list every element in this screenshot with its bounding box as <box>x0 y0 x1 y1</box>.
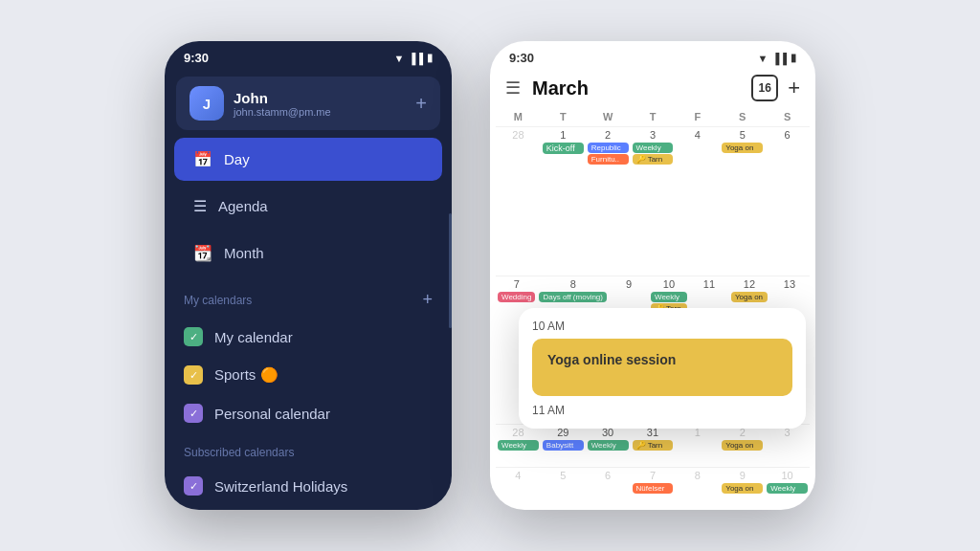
cal-color-swiss: ✓ <box>184 476 203 496</box>
event-kickoff: Kick-off <box>543 143 584 154</box>
day-headers: M T W T F S S <box>490 109 815 124</box>
calendar-day-icon: 📅 <box>193 150 212 168</box>
bottom-weeks: 28 Weekly 29 Babysitt 30 Weekly 31 🔑 Tar… <box>490 424 815 510</box>
user-name: John <box>234 90 331 106</box>
cell-b-30[interactable]: 30 Weekly <box>586 425 631 467</box>
cell-b-28[interactable]: 28 Weekly <box>496 425 541 467</box>
agenda-icon: ☰ <box>193 197 207 215</box>
battery-icon: ▮ <box>427 52 433 64</box>
cal-color-personal: ✓ <box>184 404 203 423</box>
cell-4[interactable]: 4 <box>675 126 720 276</box>
time-left: 9:30 <box>184 51 209 65</box>
wifi-icon: ▼ <box>394 53 405 64</box>
scrollbar[interactable] <box>449 213 452 328</box>
signal-icons-right: ▼ ▐▐ ▮ <box>758 52 796 64</box>
date-badge[interactable]: 16 <box>751 75 778 101</box>
cal-color-my: ✓ <box>184 327 203 346</box>
day-M: M <box>496 109 541 124</box>
nav-month[interactable]: 📆 Month <box>174 231 442 275</box>
event-weekly-3: Weekly <box>633 143 674 153</box>
battery-icon-r: ▮ <box>791 52 796 64</box>
cell-b-4[interactable]: 4 <box>496 468 541 510</box>
header-left: ☰ March <box>505 77 589 99</box>
event-daysoff: Days off (moving) <box>539 292 607 302</box>
add-account-button[interactable]: + <box>415 93 427 115</box>
signal-icon-r: ▐▐ <box>771 53 787 64</box>
cell-5[interactable]: 5 Yoga on <box>720 126 765 276</box>
cell-b-8[interactable]: 8 <box>675 468 720 510</box>
cell-1[interactable]: 1 Kick-off <box>541 126 586 276</box>
popup-time-before: 10 AM <box>532 320 792 333</box>
nav-day[interactable]: 📅 Day <box>174 138 442 181</box>
calendar-personal[interactable]: ✓ Personal calendar <box>165 394 452 432</box>
cell-b-7[interactable]: 7 Nüfelser <box>631 468 676 510</box>
month-icon: 📆 <box>193 244 212 262</box>
wifi-icon-r: ▼ <box>758 53 768 64</box>
nav-agenda[interactable]: ☰ Agenda <box>174 185 442 228</box>
left-phone: 9:30 ▼ ▐▐ ▮ J John john.stamm@pm.me + 📅 … <box>165 41 452 510</box>
day-T1: T <box>541 109 586 124</box>
cell-6[interactable]: 6 <box>765 126 810 276</box>
cell-b-31[interactable]: 31 🔑 Tarn <box>631 425 676 467</box>
avatar: J <box>189 86 224 121</box>
event-popup[interactable]: 10 AM Yoga online session 11 AM <box>519 308 806 429</box>
my-calendars-section: My calendars + <box>165 276 452 318</box>
day-S1: S <box>720 109 765 124</box>
event-furnitu: Furnitu.. <box>588 154 629 165</box>
cell-3[interactable]: 3 Weekly 🔑 Tarn <box>631 126 676 276</box>
popup-time-after: 11 AM <box>532 404 792 417</box>
month-title: March <box>532 77 589 99</box>
day-S2: S <box>765 109 810 124</box>
day-F: F <box>675 109 720 124</box>
event-wedding: Wedding <box>498 292 535 302</box>
calendar-switzerland[interactable]: ✓ Switzerland Holidays <box>165 467 452 505</box>
signal-icon: ▐▐ <box>408 53 423 64</box>
cell-2[interactable]: 2 Republic Furnitu.. <box>586 126 631 276</box>
calendar-header: ☰ March 16 + <box>490 71 815 109</box>
cell-b-5[interactable]: 5 <box>541 468 586 510</box>
user-details: John john.stamm@pm.me <box>234 90 331 118</box>
add-event-button[interactable]: + <box>788 76 800 100</box>
week-bottom-1: 28 Weekly 29 Babysitt 30 Weekly 31 🔑 Tar… <box>496 424 810 467</box>
cell-b-6[interactable]: 6 <box>586 468 631 510</box>
day-T2: T <box>631 109 676 124</box>
event-weekly-10: Weekly <box>651 292 687 302</box>
cell-b-1[interactable]: 1 <box>675 425 720 467</box>
calendar-my-calendar[interactable]: ✓ My calendar <box>165 318 452 356</box>
status-bar-left: 9:30 ▼ ▐▐ ▮ <box>165 41 452 71</box>
user-info: J John john.stamm@pm.me <box>189 86 331 121</box>
popup-event-title[interactable]: Yoga online session <box>532 339 792 396</box>
menu-icon[interactable]: ☰ <box>505 77 521 99</box>
subscribed-label: Subscribed calendars <box>165 432 452 467</box>
event-yoga-5: Yoga on <box>722 143 763 153</box>
day-W: W <box>586 109 631 124</box>
signal-icons-left: ▼ ▐▐ ▮ <box>394 52 433 64</box>
right-phone: 9:30 ▼ ▐▐ ▮ ☰ March 16 + M T W T F S S 2… <box>490 41 815 510</box>
cell-b-3[interactable]: 3 <box>765 425 810 467</box>
status-bar-right: 9:30 ▼ ▐▐ ▮ <box>490 41 815 71</box>
cell-b-9[interactable]: 9 Yoga on <box>720 468 765 510</box>
event-yoga-12: Yoga on <box>731 292 768 302</box>
cell-28[interactable]: 28 <box>496 126 541 276</box>
user-header[interactable]: J John john.stamm@pm.me + <box>176 77 440 130</box>
add-calendar-button[interactable]: + <box>422 290 433 310</box>
week-bottom-2: 4 5 6 7 Nüfelser 8 9 Yoga on 10 Weekly <box>496 467 810 510</box>
cell-b-10[interactable]: 10 Weekly <box>765 468 810 510</box>
header-right: 16 + <box>751 75 800 101</box>
week-1: 28 1 Kick-off 2 Republic Furnitu.. 3 Wee… <box>490 126 815 276</box>
event-tarn-3: 🔑 Tarn <box>633 154 674 165</box>
cell-b-2[interactable]: 2 Yoga on <box>720 425 765 467</box>
user-email: john.stamm@pm.me <box>234 106 331 118</box>
cal-color-sports: ✓ <box>184 365 203 385</box>
calendar-sports[interactable]: ✓ Sports 🟠 <box>165 356 452 394</box>
event-republic: Republic <box>588 143 629 153</box>
time-right: 9:30 <box>509 51 534 65</box>
cell-b-29[interactable]: 29 Babysitt <box>541 425 586 467</box>
